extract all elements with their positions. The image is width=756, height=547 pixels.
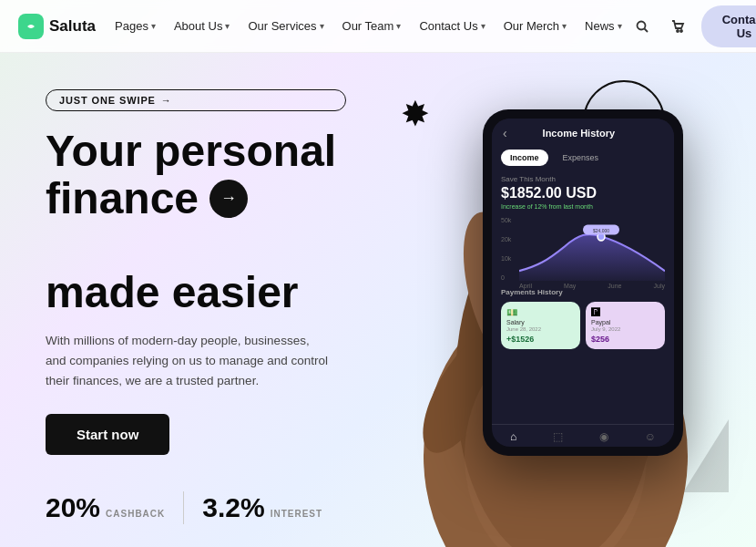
paypal-icon: 🅿: [591, 307, 659, 317]
hero-section: JUST ONE SWIPE → Your personal finance →…: [0, 53, 756, 547]
start-now-button[interactable]: Start now: [46, 414, 169, 455]
svg-point-0: [638, 21, 646, 29]
chart-area: $24,000: [519, 217, 665, 281]
tab-income[interactable]: Income: [501, 150, 548, 166]
logo[interactable]: Saluta: [18, 14, 96, 39]
stat-interest: 3.2% INTEREST: [202, 492, 322, 523]
chevron-icon: ▾: [225, 21, 230, 31]
nav-links: Pages ▾ About Us ▾ Our Services ▾ Our Te…: [107, 14, 630, 38]
hero-stats: 20% CASHBACK 3.2% INTEREST: [46, 491, 346, 524]
svg-point-2: [677, 30, 679, 32]
hero-content: JUST ONE SWIPE → Your personal finance →…: [0, 53, 383, 547]
nav-item-contact[interactable]: Contact Us ▾: [411, 14, 493, 38]
svg-point-3: [680, 30, 682, 32]
nav-item-services[interactable]: Our Services ▾: [240, 14, 332, 38]
phone-mockup: ‹ Income History Income Expenses: [410, 91, 683, 547]
phone-header: ‹ Income History: [492, 119, 674, 144]
logo-text: Saluta: [49, 17, 96, 36]
cart-button[interactable]: [666, 12, 690, 41]
payment-card-paypal: 🅿 Paypal July 9, 2022 $256: [586, 302, 665, 349]
chevron-icon: ▾: [396, 21, 401, 31]
phone-bottom-nav: ⌂ ⬚ ◉ ☺: [492, 424, 674, 447]
svg-text:$24,000: $24,000: [593, 228, 609, 233]
payments-title: Payments History: [501, 288, 665, 296]
chart-y-labels: 50k 20k 10k 0: [501, 217, 511, 281]
chevron-icon: ▾: [481, 21, 485, 31]
hero-visual: ✸: [383, 53, 756, 547]
save-label: Save This Month: [501, 175, 665, 183]
chart-icon[interactable]: ⬚: [553, 430, 563, 443]
search-button[interactable]: [630, 12, 655, 41]
swipe-badge[interactable]: JUST ONE SWIPE →: [46, 89, 346, 111]
stat-cashback: 20% CASHBACK: [46, 492, 165, 523]
income-chart: 50k 20k 10k 0: [501, 217, 665, 281]
svg-line-1: [645, 28, 649, 32]
phone-device: ‹ Income History Income Expenses: [483, 109, 683, 456]
wallet-icon[interactable]: ◉: [599, 430, 608, 443]
payment-cards: 💵 Salary June 28, 2022 +$1526 🅿 Paypal J…: [501, 302, 665, 349]
user-icon[interactable]: ☺: [645, 430, 656, 443]
nav-item-pages[interactable]: Pages ▾: [107, 14, 164, 38]
nav-actions: Contact Us: [630, 5, 756, 47]
logo-icon: [18, 14, 44, 39]
chart-x-labels: April May June July: [519, 283, 665, 289]
salary-icon: 💵: [506, 307, 575, 317]
chevron-icon: ▾: [562, 21, 567, 31]
nav-item-merch[interactable]: Our Merch ▾: [495, 14, 575, 38]
chevron-icon: ▾: [618, 21, 622, 31]
save-sub: Increase of 12% from last month: [501, 203, 665, 210]
nav-item-news[interactable]: News ▾: [577, 14, 630, 38]
tab-expenses[interactable]: Expenses: [554, 150, 608, 166]
chevron-icon: ▾: [320, 21, 324, 31]
stat-divider: [183, 491, 184, 524]
nav-item-about[interactable]: About Us ▾: [166, 14, 238, 38]
phone-tabs: Income Expenses: [501, 150, 665, 166]
chevron-icon: ▾: [151, 21, 156, 31]
phone-screen: ‹ Income History Income Expenses: [492, 119, 674, 447]
nav-cta-button[interactable]: Contact Us: [701, 5, 756, 47]
back-icon: ‹: [503, 126, 507, 140]
hero-description: With millions of modern-day people, busi…: [46, 331, 328, 390]
nav-item-team[interactable]: Our Team ▾: [334, 14, 410, 38]
payment-card-salary: 💵 Salary June 28, 2022 +$1526: [501, 302, 580, 349]
home-icon[interactable]: ⌂: [510, 430, 516, 443]
hero-arrow-button[interactable]: →: [209, 180, 248, 218]
phone-body: Income Expenses Save This Month $1852.00…: [492, 144, 674, 424]
hero-title: Your personal finance → made easier: [46, 128, 346, 316]
save-amount: $1852.00 USD: [501, 185, 665, 201]
arrow-icon: →: [161, 95, 172, 106]
navbar: Saluta Pages ▾ About Us ▾ Our Services ▾…: [0, 0, 756, 53]
